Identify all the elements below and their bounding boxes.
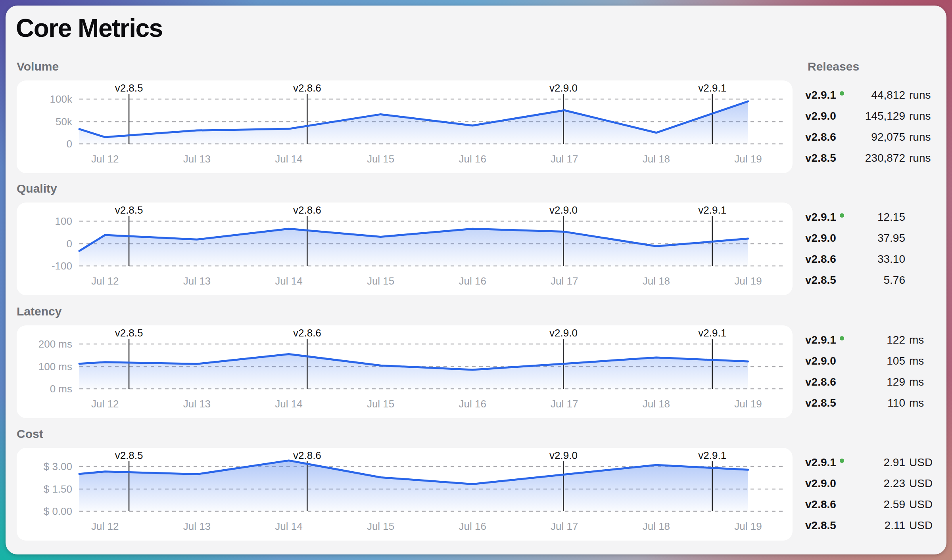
x-tick-label: Jul 18 bbox=[643, 398, 670, 410]
release-row: v2.8.5230,872runs bbox=[805, 151, 935, 165]
y-tick-label: 50k bbox=[56, 116, 73, 128]
section-heading-cost: Cost bbox=[17, 427, 43, 441]
x-tick-label: Jul 15 bbox=[367, 520, 394, 532]
y-tick-label: 200 ms bbox=[38, 338, 72, 350]
release-unit: ms bbox=[909, 376, 935, 388]
release-unit: runs bbox=[909, 110, 935, 122]
release-unit: USD bbox=[909, 477, 935, 490]
metric-section-volume: Volume100k50k0v2.8.5v2.8.6v2.9.0v2.9.1Ju… bbox=[6, 60, 946, 179]
release-row: v2.9.037.95 bbox=[805, 231, 935, 245]
release-version-label: v2.9.0 bbox=[805, 232, 836, 245]
x-tick-label: Jul 19 bbox=[734, 275, 762, 287]
metric-section-quality: Quality1000-100v2.8.5v2.8.6v2.9.0v2.9.1J… bbox=[6, 182, 946, 301]
metric-section-cost: Cost$ 3.00$ 1.50$ 0.00v2.8.5v2.8.6v2.9.0… bbox=[6, 427, 946, 546]
release-version-label: v2.8.6 bbox=[805, 253, 836, 266]
x-tick-label: Jul 14 bbox=[275, 398, 302, 410]
current-release-dot bbox=[840, 336, 844, 340]
x-tick-label: Jul 15 bbox=[367, 398, 394, 410]
x-tick-label: Jul 15 bbox=[367, 275, 394, 287]
x-tick-label: Jul 19 bbox=[734, 520, 762, 532]
x-tick-label: Jul 12 bbox=[91, 275, 119, 287]
release-row: v2.9.1122ms bbox=[805, 333, 935, 347]
release-marker-label: v2.8.6 bbox=[293, 327, 321, 339]
x-tick-label: Jul 14 bbox=[275, 275, 302, 287]
release-marker-label: v2.9.0 bbox=[549, 449, 578, 461]
section-heading-volume: Volume bbox=[17, 60, 59, 73]
x-tick-label: Jul 12 bbox=[91, 153, 119, 165]
release-row: v2.9.144,812runs bbox=[805, 88, 935, 102]
x-tick-label: Jul 13 bbox=[183, 520, 211, 532]
release-marker-label: v2.9.0 bbox=[549, 82, 578, 94]
x-tick-label: Jul 16 bbox=[459, 275, 486, 287]
x-tick-label: Jul 17 bbox=[551, 398, 578, 410]
y-tick-label: $ 0.00 bbox=[44, 505, 72, 517]
latency-chart[interactable]: 200 ms100 ms0 msv2.8.5v2.8.6v2.9.0v2.9.1… bbox=[17, 325, 793, 418]
release-unit: USD bbox=[909, 456, 935, 469]
release-row: v2.8.5110ms bbox=[805, 396, 935, 410]
volume-chart-card: 100k50k0v2.8.5v2.8.6v2.9.0v2.9.1Jul 12Ju… bbox=[17, 80, 793, 173]
release-row: v2.8.633.10 bbox=[805, 252, 935, 266]
release-marker-label: v2.8.5 bbox=[115, 449, 143, 461]
y-tick-label: $ 3.00 bbox=[44, 461, 72, 472]
series-area bbox=[79, 354, 748, 389]
volume-chart[interactable]: 100k50k0v2.8.5v2.8.6v2.9.0v2.9.1Jul 12Ju… bbox=[17, 80, 793, 173]
release-version-label: v2.8.5 bbox=[805, 519, 836, 532]
release-version-label: v2.8.6 bbox=[805, 498, 836, 511]
release-version-label: v2.9.1 bbox=[805, 89, 836, 101]
release-unit: ms bbox=[909, 397, 935, 409]
release-row: v2.8.62.59USD bbox=[805, 497, 935, 512]
x-tick-label: Jul 17 bbox=[551, 520, 578, 532]
release-marker-label: v2.8.6 bbox=[293, 82, 321, 94]
x-tick-label: Jul 12 bbox=[91, 398, 119, 410]
release-value: 230,872 bbox=[865, 152, 905, 164]
release-marker-label: v2.9.1 bbox=[698, 204, 726, 216]
release-unit: USD bbox=[909, 498, 935, 511]
x-tick-label: Jul 13 bbox=[183, 153, 211, 165]
current-release-dot bbox=[840, 91, 844, 96]
y-tick-label: 100 ms bbox=[38, 361, 72, 373]
release-version-label: v2.8.5 bbox=[805, 274, 836, 287]
release-value: 145,129 bbox=[865, 110, 905, 122]
release-unit: ms bbox=[909, 334, 935, 346]
x-tick-label: Jul 15 bbox=[367, 153, 394, 165]
release-value: 37.95 bbox=[877, 232, 905, 245]
release-row: v2.8.6129ms bbox=[805, 375, 935, 389]
release-version-label: v2.9.0 bbox=[805, 477, 836, 490]
release-row: v2.8.692,075runs bbox=[805, 130, 935, 144]
release-unit: USD bbox=[909, 519, 935, 532]
release-marker-label: v2.8.5 bbox=[115, 327, 143, 339]
release-value: 2.23 bbox=[884, 477, 906, 490]
release-version-label: v2.9.1 bbox=[805, 456, 836, 469]
release-value: 44,812 bbox=[871, 89, 905, 101]
release-marker-label: v2.8.5 bbox=[115, 82, 143, 94]
release-unit: runs bbox=[909, 131, 935, 143]
release-marker-label: v2.9.0 bbox=[549, 327, 578, 339]
y-tick-label: 100 bbox=[55, 215, 72, 227]
release-marker-label: v2.9.1 bbox=[698, 449, 726, 461]
release-version-label: v2.8.5 bbox=[805, 152, 836, 164]
quality-chart[interactable]: 1000-100v2.8.5v2.8.6v2.9.0v2.9.1Jul 12Ju… bbox=[17, 203, 793, 295]
release-value: 122 bbox=[887, 334, 905, 346]
release-value: 2.11 bbox=[885, 519, 905, 532]
release-value: 92,075 bbox=[871, 131, 905, 143]
dashboard-card: Core Metrics Releases Volume100k50k0v2.8… bbox=[6, 6, 946, 554]
release-value: 129 bbox=[887, 376, 905, 388]
cost-chart[interactable]: $ 3.00$ 1.50$ 0.00v2.8.5v2.8.6v2.9.0v2.9… bbox=[17, 448, 793, 541]
x-tick-label: Jul 16 bbox=[459, 398, 486, 410]
release-version-label: v2.8.5 bbox=[805, 397, 836, 409]
page-title: Core Metrics bbox=[16, 14, 163, 42]
x-tick-label: Jul 13 bbox=[183, 398, 211, 410]
x-tick-label: Jul 19 bbox=[734, 398, 762, 410]
section-heading-quality: Quality bbox=[17, 182, 57, 195]
release-row: v2.9.12.91USD bbox=[805, 455, 935, 470]
release-version-label: v2.8.6 bbox=[805, 131, 836, 143]
x-tick-label: Jul 17 bbox=[551, 153, 578, 165]
x-tick-label: Jul 12 bbox=[91, 520, 119, 532]
current-release-dot bbox=[840, 213, 844, 218]
y-tick-label: 100k bbox=[50, 93, 73, 105]
quality-chart-card: 1000-100v2.8.5v2.8.6v2.9.0v2.9.1Jul 12Ju… bbox=[17, 203, 793, 295]
release-row: v2.9.112.15 bbox=[805, 210, 935, 224]
x-tick-label: Jul 18 bbox=[643, 520, 670, 532]
x-tick-label: Jul 13 bbox=[183, 275, 211, 287]
release-unit: ms bbox=[909, 355, 935, 367]
